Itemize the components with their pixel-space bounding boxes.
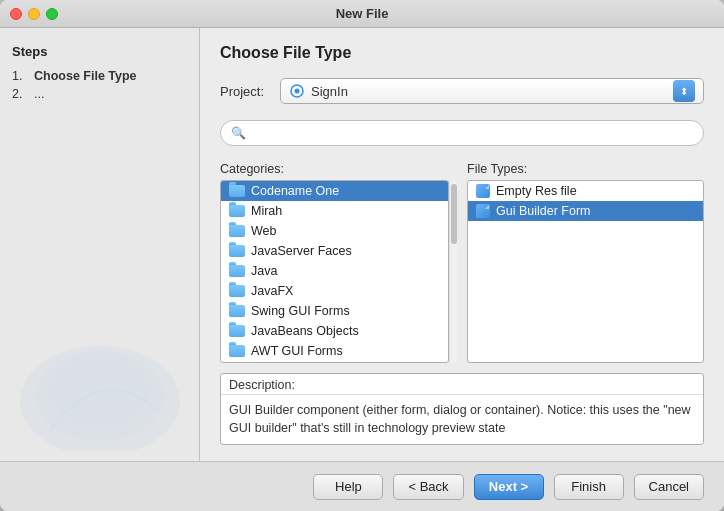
list-item[interactable]: Codename One	[221, 181, 448, 201]
steps-list: 1. Choose File Type 2. ...	[12, 69, 187, 101]
traffic-lights	[10, 8, 58, 20]
folder-icon	[229, 285, 245, 297]
step-1-num: 1.	[12, 69, 30, 83]
main-title: Choose File Type	[220, 44, 704, 62]
help-button[interactable]: Help	[313, 474, 383, 500]
filetypes-list[interactable]: Empty Res file Gui Builder Form	[467, 180, 704, 363]
filetype-icon	[476, 204, 490, 218]
project-select[interactable]: SignIn ⬍	[280, 78, 704, 104]
folder-icon	[229, 245, 245, 257]
step-2: 2. ...	[12, 87, 187, 101]
categories-box: Codename One Mirah Web	[220, 180, 457, 363]
category-name: Swing GUI Forms	[251, 304, 350, 318]
list-item[interactable]: Web	[221, 221, 448, 241]
content-area: Steps 1. Choose File Type 2. ...	[0, 28, 724, 461]
dropdown-icon: ⬍	[680, 86, 688, 97]
filetypes-label: File Types:	[467, 162, 704, 176]
step-1-label: Choose File Type	[34, 69, 137, 83]
close-button[interactable]	[10, 8, 22, 20]
list-item[interactable]: Empty Res file	[468, 181, 703, 201]
filetypes-container: File Types: Empty Res file Gui Builder F…	[467, 162, 704, 363]
step-1: 1. Choose File Type	[12, 69, 187, 83]
project-row: Project: SignIn ⬍	[220, 78, 704, 104]
category-name: JavaBeans Objects	[251, 324, 359, 338]
folder-icon	[229, 345, 245, 357]
project-value: SignIn	[311, 84, 673, 99]
folder-icon	[229, 265, 245, 277]
list-item[interactable]: Gui Builder Form	[468, 201, 703, 221]
categories-container: Categories: Codename One Mirah	[220, 162, 457, 363]
folder-icon	[229, 205, 245, 217]
titlebar: New File	[0, 0, 724, 28]
sidebar-heading: Steps	[12, 44, 187, 59]
list-item[interactable]: JavaServer Faces	[221, 241, 448, 261]
search-icon: 🔍	[231, 126, 246, 140]
list-item[interactable]: Java	[221, 261, 448, 281]
category-name: Java	[251, 264, 277, 278]
sidebar: Steps 1. Choose File Type 2. ...	[0, 28, 200, 461]
list-item[interactable]: Mirah	[221, 201, 448, 221]
category-name: Codename One	[251, 184, 339, 198]
description-header: Description:	[221, 374, 703, 395]
folder-icon	[229, 225, 245, 237]
footer: Help < Back Next > Finish Cancel	[0, 461, 724, 511]
folder-icon	[229, 325, 245, 337]
step-2-label: ...	[34, 87, 44, 101]
maximize-button[interactable]	[46, 8, 58, 20]
project-icon	[289, 83, 305, 99]
project-label: Project:	[220, 84, 270, 99]
category-name: JavaServer Faces	[251, 244, 352, 258]
svg-point-4	[295, 89, 300, 94]
scrollbar-thumb[interactable]	[451, 184, 457, 244]
categories-scrollbar[interactable]	[449, 180, 457, 363]
list-item[interactable]: Swing GUI Forms	[221, 301, 448, 321]
list-item[interactable]: JavaFX	[221, 281, 448, 301]
description-body: GUI Builder component (either form, dial…	[221, 395, 703, 445]
categories-label: Categories:	[220, 162, 457, 176]
filetype-icon	[476, 184, 490, 198]
list-item[interactable]: AWT GUI Forms	[221, 341, 448, 361]
minimize-button[interactable]	[28, 8, 40, 20]
filetype-name: Empty Res file	[496, 184, 577, 198]
category-name: AWT GUI Forms	[251, 344, 343, 358]
filetype-name: Gui Builder Form	[496, 204, 590, 218]
watermark-graphic	[10, 301, 190, 451]
folder-icon	[229, 185, 245, 197]
list-item[interactable]: JavaBeans Objects	[221, 321, 448, 341]
categories-list[interactable]: Codename One Mirah Web	[220, 180, 449, 363]
window-title: New File	[336, 6, 389, 21]
category-name: Mirah	[251, 204, 282, 218]
step-2-num: 2.	[12, 87, 30, 101]
back-button[interactable]: < Back	[393, 474, 463, 500]
folder-icon	[229, 305, 245, 317]
description-section: Description: GUI Builder component (eith…	[220, 373, 704, 446]
lists-row: Categories: Codename One Mirah	[220, 162, 704, 363]
dialog-window: New File Steps 1. Choose File Type 2. ..…	[0, 0, 724, 511]
category-name: JavaFX	[251, 284, 293, 298]
cancel-button[interactable]: Cancel	[634, 474, 704, 500]
finish-button[interactable]: Finish	[554, 474, 624, 500]
search-box[interactable]: 🔍	[220, 120, 704, 146]
main-panel: Choose File Type Project: SignIn ⬍	[200, 28, 724, 461]
next-button[interactable]: Next >	[474, 474, 544, 500]
category-name: Web	[251, 224, 276, 238]
project-dropdown-arrow[interactable]: ⬍	[673, 80, 695, 102]
